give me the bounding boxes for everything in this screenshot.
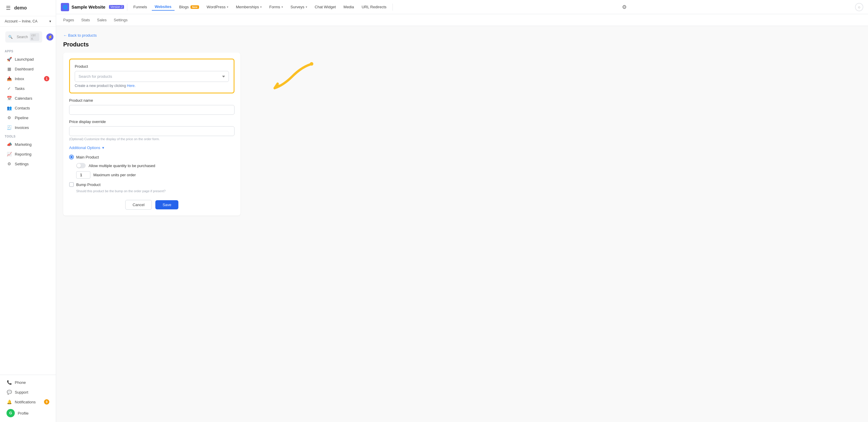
main-product-label: Main Product — [76, 155, 99, 160]
sidebar-apps-list: 🚀 Launchpad ▦ Dashboard 📥 Inbox 1 ✓ Task… — [0, 54, 56, 133]
create-product-link[interactable]: Here. — [127, 84, 135, 88]
sidebar-item-notifications[interactable]: 🔔 Notifications 9 — [2, 397, 54, 406]
sidebar-item-label: Phone — [15, 380, 26, 385]
max-units-input[interactable] — [76, 171, 90, 179]
phone-icon: 📞 — [6, 380, 12, 385]
bump-product-hint: Should this product be the bump on the o… — [76, 189, 235, 193]
max-units-row: Maximum units per order — [76, 171, 235, 179]
product-field-label: Product — [75, 64, 229, 68]
inbox-badge: 1 — [44, 76, 49, 81]
product-name-label: Product name — [69, 98, 235, 103]
subnav-settings[interactable]: Settings — [114, 17, 128, 23]
search-button[interactable]: 🔍 Search ctrl K — [5, 31, 42, 43]
nav-item-websites[interactable]: Websites — [152, 3, 175, 11]
apps-section-label: Apps — [0, 47, 56, 54]
nav-item-media[interactable]: Media — [341, 4, 357, 10]
page-title: Products — [63, 41, 861, 48]
product-search-select[interactable]: Search for products — [75, 71, 229, 82]
nav-item-url-redirects[interactable]: URL Redirects — [359, 4, 389, 10]
nav-item-surveys[interactable]: Surveys▾ — [288, 4, 310, 10]
sidebar-item-label: Tasks — [15, 86, 25, 91]
gear-icon[interactable]: ⚙ — [622, 4, 627, 10]
toggle-knob — [77, 164, 81, 168]
sidebar-item-support[interactable]: 💬 Support — [2, 387, 54, 397]
sidebar-item-dashboard[interactable]: ▦ Dashboard — [2, 64, 54, 74]
form-actions: Cancel Save — [69, 200, 235, 210]
nav-item-chat-widget[interactable]: Chat Widget — [312, 4, 339, 10]
price-override-label: Price display override — [69, 119, 235, 124]
bump-product-option[interactable]: Bump Product — [69, 182, 235, 187]
website-icon: 🌐 — [61, 3, 69, 11]
sidebar-bottom: 📞 Phone 💬 Support 🔔 Notifications 9 G Pr… — [0, 375, 56, 422]
sidebar-item-tasks[interactable]: ✓ Tasks — [2, 84, 54, 93]
sidebar-item-calendars[interactable]: 📅 Calendars — [2, 93, 54, 103]
allow-multiple-label: Allow multiple quantity to be purchased — [89, 164, 155, 168]
sidebar-item-label: Contacts — [15, 106, 30, 110]
sidebar-tools-list: 📣 Marketing 📈 Reporting ⚙ Settings — [0, 139, 56, 169]
nav-item-funnels[interactable]: Funnels — [130, 4, 150, 10]
bump-product-label: Bump Product — [76, 182, 100, 187]
main-product-option[interactable]: Main Product — [69, 154, 235, 160]
sidebar-item-label: Dashboard — [15, 67, 34, 71]
sidebar-header: ☰ demo — [0, 0, 56, 16]
subnav-pages[interactable]: Pages — [63, 17, 74, 23]
additional-options-toggle[interactable]: Additional Options ▾ — [69, 145, 235, 150]
content-area: ← Back to products Products Product Sear… — [56, 26, 868, 422]
account-selector[interactable]: Account -- Irvine, CA ▾ — [0, 16, 56, 27]
allow-multiple-toggle[interactable] — [76, 163, 86, 168]
bump-product-checkbox[interactable] — [69, 182, 74, 187]
contacts-icon: 👥 — [6, 105, 12, 111]
sidebar: ☰ demo Account -- Irvine, CA ▾ 🔍 Search … — [0, 0, 56, 422]
sidebar-item-label: Launchpad — [15, 57, 34, 61]
product-name-input[interactable] — [69, 105, 235, 115]
chevron-down-icon: ▾ — [49, 19, 51, 23]
menu-icon[interactable]: ☰ — [5, 4, 12, 12]
sidebar-item-label: Settings — [15, 162, 29, 166]
website-title: Sample Website — [71, 4, 105, 9]
logo-text: demo — [14, 5, 27, 11]
website-version: Version 2 — [109, 5, 124, 9]
sidebar-item-pipeline[interactable]: ⚙ Pipeline — [2, 113, 54, 122]
search-shortcut: ctrl K — [30, 33, 39, 41]
product-section: Product Search for products Create a new… — [69, 59, 235, 93]
svg-point-0 — [310, 62, 313, 66]
sub-navigation: Pages Stats Sales Settings — [56, 14, 868, 26]
sidebar-item-reporting[interactable]: 📈 Reporting — [2, 149, 54, 159]
topnav-circle-button[interactable]: ○ — [855, 3, 863, 11]
sidebar-item-settings[interactable]: ⚙ Settings — [2, 159, 54, 169]
account-label: Account -- Irvine, CA — [5, 19, 37, 23]
launchpad-icon: 🚀 — [6, 56, 12, 62]
cancel-button[interactable]: Cancel — [125, 200, 152, 210]
sidebar-item-label: Inbox — [15, 77, 24, 81]
sidebar-item-phone[interactable]: 📞 Phone — [2, 378, 54, 387]
sidebar-item-inbox[interactable]: 📥 Inbox 1 — [2, 74, 54, 83]
sidebar-item-label: Calendars — [15, 96, 32, 101]
max-units-label: Maximum units per order — [93, 173, 136, 177]
sidebar-item-contacts[interactable]: 👥 Contacts — [2, 103, 54, 113]
price-override-input[interactable] — [69, 126, 235, 136]
back-link[interactable]: ← Back to products — [63, 33, 861, 37]
price-override-field: Price display override (Optional) Custom… — [69, 119, 235, 141]
nav-divider-2 — [393, 4, 393, 11]
marketing-icon: 📣 — [6, 142, 12, 147]
blogs-badge: New — [190, 5, 199, 9]
calendars-icon: 📅 — [6, 95, 12, 101]
additional-options-label: Additional Options — [69, 145, 100, 150]
save-button[interactable]: Save — [155, 200, 178, 209]
subnav-sales[interactable]: Sales — [97, 17, 107, 23]
nav-item-memberships[interactable]: Memberships▾ — [233, 4, 265, 10]
search-icon: 🔍 — [8, 35, 15, 39]
subnav-stats[interactable]: Stats — [81, 17, 90, 23]
lightning-button[interactable]: ⚡ — [46, 33, 54, 40]
main-product-radio[interactable] — [69, 154, 74, 160]
sidebar-item-launchpad[interactable]: 🚀 Launchpad — [2, 54, 54, 64]
nav-item-forms[interactable]: Forms▾ — [267, 4, 286, 10]
nav-divider — [127, 4, 127, 11]
sidebar-item-profile[interactable]: G Profile — [2, 407, 54, 419]
nav-item-blogs[interactable]: Blogs New — [176, 4, 202, 10]
sidebar-item-invoices[interactable]: 🧾 Invoices — [2, 123, 54, 132]
avatar: G — [6, 409, 15, 417]
invoices-icon: 🧾 — [6, 125, 12, 130]
sidebar-item-marketing[interactable]: 📣 Marketing — [2, 140, 54, 149]
nav-item-wordpress[interactable]: WordPress▾ — [204, 4, 231, 10]
